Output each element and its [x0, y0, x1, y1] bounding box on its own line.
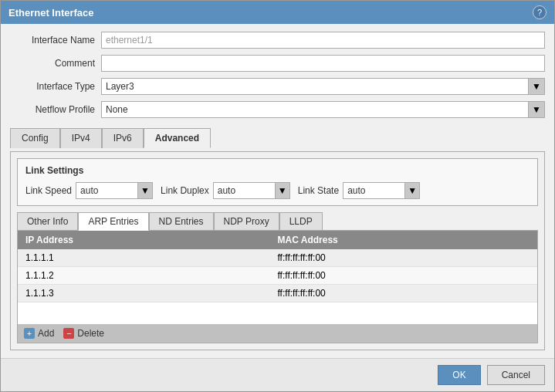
inner-tab-arp-entries[interactable]: ARP Entries — [78, 212, 148, 231]
link-duplex-field: Link Duplex auto ▼ — [161, 182, 290, 199]
link-settings-section: Link Settings Link Speed auto ▼ — [17, 158, 538, 206]
inner-tabs-row: Other Info ARP Entries ND Entries NDP Pr… — [17, 212, 538, 231]
dialog-footer: OK Cancel — [1, 358, 554, 391]
dialog-content: Interface Name Comment Interface Type La… — [1, 24, 554, 358]
main-tabs-row: Config IPv4 IPv6 Advanced — [10, 128, 545, 148]
ethernet-interface-dialog: Ethernet Interface ? Interface Name Comm… — [0, 0, 555, 392]
add-button[interactable]: + Add — [24, 328, 54, 339]
col-ip-address: IP Address — [25, 235, 278, 245]
interface-name-row: Interface Name — [10, 32, 545, 49]
col-mac-address: MAC Address — [278, 235, 530, 245]
row-3-mac: ff:ff:ff:ff:ff:00 — [278, 288, 530, 299]
netflow-profile-select[interactable]: None — [101, 101, 545, 118]
link-speed-label: Link Speed — [25, 185, 72, 196]
delete-label: Delete — [77, 328, 104, 339]
cancel-button[interactable]: Cancel — [487, 365, 545, 385]
help-icon[interactable]: ? — [533, 5, 547, 19]
link-settings-title: Link Settings — [25, 165, 530, 176]
delete-button[interactable]: − Delete — [63, 328, 104, 339]
tab-ipv4[interactable]: IPv4 — [60, 128, 102, 148]
interface-type-row: Interface Type Layer3 ▼ — [10, 78, 545, 95]
link-duplex-select[interactable]: auto — [213, 182, 290, 199]
table-header: IP Address MAC Address — [18, 231, 537, 249]
link-speed-field: Link Speed auto ▼ — [25, 182, 153, 199]
comment-row: Comment — [10, 55, 545, 72]
row-1-ip: 1.1.1.1 — [25, 252, 278, 263]
tab-ipv6[interactable]: IPv6 — [102, 128, 144, 148]
inner-tab-nd-entries[interactable]: ND Entries — [149, 212, 214, 231]
inner-tab-other-info[interactable]: Other Info — [17, 212, 78, 231]
table-row[interactable]: 1.1.1.1 ff:ff:ff:ff:ff:00 — [18, 249, 537, 267]
link-duplex-wrapper: auto ▼ — [213, 182, 290, 199]
row-2-ip: 1.1.1.2 — [25, 270, 278, 281]
table-row[interactable]: 1.1.1.3 ff:ff:ff:ff:ff:00 — [18, 285, 537, 302]
interface-type-wrapper: Layer3 ▼ — [101, 78, 545, 95]
interface-type-select[interactable]: Layer3 — [101, 78, 545, 95]
add-label: Add — [38, 328, 54, 339]
comment-label: Comment — [10, 58, 95, 69]
link-state-label: Link State — [298, 185, 339, 196]
netflow-profile-row: Netflow Profile None ▼ — [10, 101, 545, 118]
inner-tab-lldp[interactable]: LLDP — [279, 212, 323, 231]
comment-input[interactable] — [101, 55, 545, 72]
table-footer: + Add − Delete — [18, 324, 537, 343]
interface-name-label: Interface Name — [10, 35, 95, 46]
tab-config[interactable]: Config — [10, 128, 60, 148]
add-icon: + — [24, 328, 35, 339]
dialog-title: Ethernet Interface — [8, 7, 94, 19]
link-state-wrapper: auto ▼ — [343, 182, 420, 199]
ok-button[interactable]: OK — [438, 365, 480, 385]
delete-icon: − — [63, 328, 74, 339]
link-settings-row: Link Speed auto ▼ Link Duplex — [25, 182, 530, 199]
row-3-ip: 1.1.1.3 — [25, 288, 278, 299]
row-1-mac: ff:ff:ff:ff:ff:00 — [278, 252, 530, 263]
link-duplex-label: Link Duplex — [161, 185, 209, 196]
inner-tab-ndp-proxy[interactable]: NDP Proxy — [214, 212, 279, 231]
arp-entries-content: IP Address MAC Address 1.1.1.1 ff:ff:ff:… — [17, 230, 538, 343]
link-state-select[interactable]: auto — [343, 182, 420, 199]
netflow-profile-label: Netflow Profile — [10, 104, 95, 115]
interface-type-label: Interface Type — [10, 81, 95, 92]
interface-name-input[interactable] — [101, 32, 545, 49]
row-2-mac: ff:ff:ff:ff:ff:00 — [278, 270, 530, 281]
link-speed-wrapper: auto ▼ — [76, 182, 153, 199]
tab-advanced[interactable]: Advanced — [144, 128, 211, 148]
netflow-profile-wrapper: None ▼ — [101, 101, 545, 118]
link-state-field: Link State auto ▼ — [298, 182, 420, 199]
dialog-titlebar: Ethernet Interface ? — [1, 1, 554, 24]
link-speed-select[interactable]: auto — [76, 182, 153, 199]
advanced-tab-content: Link Settings Link Speed auto ▼ — [10, 151, 545, 350]
table-row[interactable]: 1.1.1.2 ff:ff:ff:ff:ff:00 — [18, 267, 537, 285]
